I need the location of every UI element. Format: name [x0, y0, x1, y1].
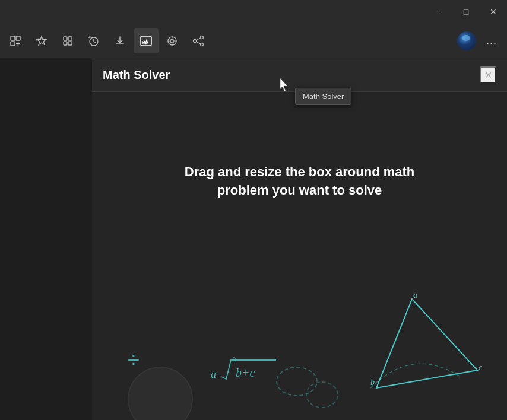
half-circle-decoration	[128, 367, 193, 420]
share-button[interactable]	[186, 28, 211, 53]
favorites-icon	[36, 35, 47, 47]
collections-button[interactable]	[55, 28, 80, 53]
math-solver-tooltip: Math Solver	[295, 88, 351, 105]
svg-text:b: b	[370, 378, 375, 387]
web-capture-button[interactable]	[160, 28, 185, 53]
svg-rect-5	[64, 42, 67, 45]
svg-rect-6	[68, 42, 72, 45]
svg-rect-0	[11, 36, 15, 40]
dashed-circle-2	[306, 381, 338, 408]
history-button[interactable]	[81, 28, 106, 53]
instruction-line1: Drag and resize the box around math	[185, 164, 415, 179]
extensions-icon	[9, 35, 21, 47]
maximize-button[interactable]: □	[452, 0, 480, 24]
svg-point-13	[201, 43, 204, 46]
more-icon: ...	[486, 34, 497, 47]
math-solver-icon: vx	[140, 34, 153, 47]
svg-rect-1	[16, 36, 20, 40]
triangle-decoration: a b c	[365, 293, 483, 402]
svg-text:a: a	[413, 293, 417, 300]
favorites-button[interactable]	[29, 28, 54, 53]
math-solver-button[interactable]: vx	[134, 28, 159, 53]
title-bar: − □ ✕	[0, 0, 507, 24]
panel-body: Drag and resize the box around math prob…	[92, 92, 507, 420]
svg-rect-3	[64, 37, 67, 40]
radical-expression: a 2 b+c	[211, 348, 282, 387]
left-sidebar	[0, 58, 92, 420]
svg-text:c: c	[479, 363, 483, 372]
math-solver-panel: Math Solver ✕ Drag and resize the box ar…	[92, 58, 507, 420]
content-area: Math Solver ✕ Drag and resize the box ar…	[0, 58, 507, 420]
svg-text:a: a	[211, 368, 216, 380]
svg-point-12	[201, 36, 204, 39]
avatar-image	[457, 31, 476, 50]
svg-rect-2	[11, 42, 15, 46]
radical-svg: a 2 b+c	[211, 348, 282, 384]
downloads-button[interactable]	[107, 28, 132, 53]
svg-rect-4	[68, 37, 72, 40]
history-icon	[88, 35, 100, 47]
instruction-line2: problem you want to solve	[217, 183, 382, 198]
instruction-text: Drag and resize the box around math prob…	[161, 163, 439, 200]
web-capture-icon	[166, 35, 178, 47]
more-button[interactable]: ...	[479, 28, 504, 53]
svg-point-11	[170, 39, 174, 43]
collections-icon	[62, 35, 74, 47]
svg-point-14	[194, 39, 197, 42]
triangle-svg: a b c	[365, 293, 483, 400]
svg-text:b+c: b+c	[236, 366, 255, 379]
share-icon	[192, 35, 204, 47]
title-bar-controls: − □ ✕	[425, 0, 507, 24]
toolbar: vx ...	[0, 24, 507, 58]
division-symbol: ÷	[128, 348, 140, 373]
extensions-button[interactable]	[3, 28, 28, 53]
close-button[interactable]: ✕	[480, 0, 507, 24]
panel-close-button[interactable]: ✕	[480, 66, 496, 83]
minimize-button[interactable]: −	[425, 0, 452, 24]
panel-header: Math Solver ✕	[92, 58, 507, 92]
panel-title: Math Solver	[103, 68, 480, 82]
svg-text:2: 2	[233, 355, 236, 362]
avatar[interactable]	[457, 31, 476, 50]
downloads-icon	[114, 35, 126, 47]
